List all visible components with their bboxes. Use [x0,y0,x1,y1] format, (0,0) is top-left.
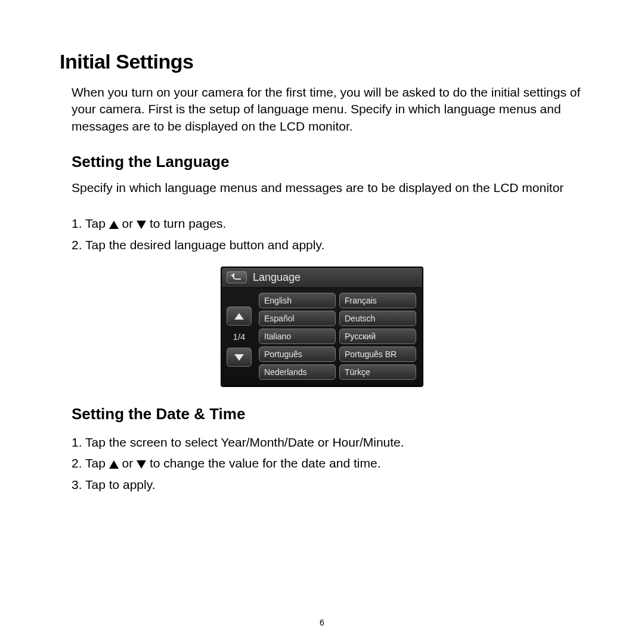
language-option[interactable]: Español [259,311,336,326]
step-text: to change the value for the date and tim… [150,456,381,470]
lcd-screen: Language 1/4 English Français Español D [221,267,423,387]
datetime-step-1: 1. Tap the screen to select Year/Month/D… [72,432,584,453]
back-arrow-icon [233,275,241,280]
datetime-step-2: 2. Tap or to change the value for the da… [72,453,584,474]
language-option[interactable]: Português BR [339,346,416,362]
language-option[interactable]: Português [259,346,336,362]
page-up-button[interactable] [227,306,252,326]
language-step-2: 2. Tap the desired language button and a… [72,234,584,256]
step-text: or [122,456,137,470]
language-option[interactable]: Türkçe [339,364,416,380]
triangle-down-icon [137,221,146,229]
language-option[interactable]: Русский [339,329,416,344]
triangle-down-icon [137,460,146,469]
section-heading-language: Setting the Language [72,153,584,171]
page-number: 6 [0,618,644,627]
datetime-step-3: 3. Tap to apply. [72,474,584,496]
triangle-up-icon [109,221,119,229]
language-option[interactable]: Italiano [259,329,336,344]
lcd-body: 1/4 English Français Español Deutsch Ita… [222,288,422,386]
section-heading-datetime: Setting the Date & Time [72,405,584,423]
language-grid: English Français Español Deutsch Italian… [256,288,422,386]
triangle-down-icon [234,354,244,361]
manual-page: Initial Settings When you turn on your c… [0,0,644,644]
page-title: Initial Settings [60,50,584,73]
pager-label: 1/4 [233,332,246,342]
step-text: to turn pages. [150,216,226,230]
triangle-up-icon [109,460,119,469]
back-button[interactable] [227,271,247,283]
lcd-figure: Language 1/4 English Français Español D [221,267,423,387]
triangle-up-icon [234,313,244,320]
page-down-button[interactable] [227,348,252,367]
lcd-title: Language [253,271,301,284]
step-text: 1. Tap [72,216,109,230]
pager: 1/4 [222,288,256,386]
step-text: 2. Tap [72,456,109,470]
lcd-header: Language [222,268,422,288]
step-text: or [122,216,137,230]
language-option[interactable]: English [259,293,336,308]
language-option[interactable]: Nederlands [259,364,336,380]
section-language-desc: Specify in which language menus and mess… [60,179,584,196]
datetime-steps: 1. Tap the screen to select Year/Month/D… [60,432,584,496]
language-step-1: 1. Tap or to turn pages. [72,213,584,234]
language-steps: 1. Tap or to turn pages. 2. Tap the desi… [60,213,584,255]
intro-paragraph: When you turn on your camera for the fir… [60,84,584,135]
language-option[interactable]: Français [339,293,416,308]
language-option[interactable]: Deutsch [339,311,416,326]
